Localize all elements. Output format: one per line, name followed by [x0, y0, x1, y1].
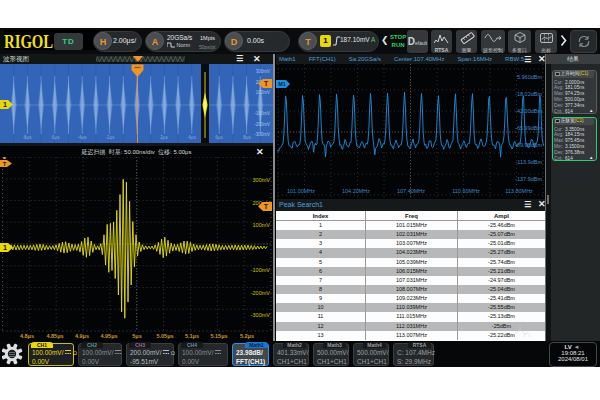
- svg-text:1: 1: [3, 101, 7, 108]
- svg-text:M1: M1: [278, 81, 286, 87]
- svg-text:T: T: [3, 161, 7, 167]
- svg-text:T: T: [264, 203, 269, 210]
- svg-text:T: T: [264, 80, 268, 87]
- svg-text:1: 1: [3, 244, 7, 251]
